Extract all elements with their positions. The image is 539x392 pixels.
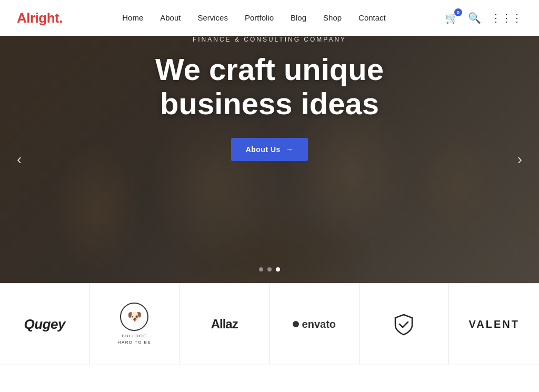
hero-prev-button[interactable]: ‹ [8,146,30,173]
bulldog-logo: 🐶 BULLDOGHARD TO BE [118,303,152,346]
nav-item-portfolio[interactable]: Portfolio [245,13,274,23]
nav-item-about[interactable]: About [160,13,181,23]
grid-icon[interactable]: ⋮⋮⋮ [491,12,522,24]
logo-qugey: Qugey [0,284,90,365]
nav-item-shop[interactable]: Shop [323,13,342,23]
valent-logo: VALENT [468,318,520,330]
nav-links: Home About Services Portfolio Blog Shop … [122,13,386,23]
logo-bulldog: 🐶 BULLDOGHARD TO BE [90,284,180,365]
what-we-do-section: What We Do The best solutions for [0,365,539,392]
cart-icon[interactable]: 🛒 0 [445,12,458,24]
search-icon[interactable]: 🔍 [468,12,481,24]
hero-eyebrow: Finance & Consulting Company [21,36,518,43]
site-logo[interactable]: Alright. [17,10,63,26]
nav-actions: 🛒 0 🔍 ⋮⋮⋮ [445,12,522,24]
hero-title: We craft unique business ideas [21,53,518,121]
nav-item-blog[interactable]: Blog [291,13,306,23]
logo-envato: envato [270,284,360,365]
logo-shield [360,284,450,365]
logo-text: Alright [17,10,59,26]
bulldog-label: BULLDOGHARD TO BE [118,333,152,346]
allaz-logo: Allaz [211,317,238,331]
cart-badge: 0 [454,8,462,16]
hero-content: Finance & Consulting Company We craft un… [0,36,539,161]
qugey-logo: Qugey [24,316,65,333]
navbar: Alright. Home About Services Portfolio B… [0,0,539,36]
envato-dot-icon [293,321,299,327]
nav-item-contact[interactable]: Contact [358,13,386,23]
hero-section: ‹ Finance & Consulting Company We craft … [0,36,539,283]
bulldog-icon: 🐶 [120,303,148,331]
hero-cta-button[interactable]: About Us → [231,138,308,161]
hero-next-button[interactable]: › [509,146,531,173]
hero-dots [259,267,280,272]
nav-item-services[interactable]: Services [197,13,228,23]
hero-dot-1[interactable] [259,267,263,272]
envato-text: envato [302,318,336,330]
nav-item-home[interactable]: Home [122,13,143,23]
envato-logo: envato [293,318,336,330]
hero-dot-2[interactable] [267,267,272,272]
hero-dot-3[interactable] [276,267,280,272]
logo-valent: VALENT [449,284,539,365]
logos-strip: Qugey 🐶 BULLDOGHARD TO BE Allaz envato V… [0,283,539,365]
shield-svg-icon [392,313,415,336]
shield-logo [392,313,415,336]
logo-dot: . [59,10,63,26]
logo-allaz: Allaz [179,284,270,365]
